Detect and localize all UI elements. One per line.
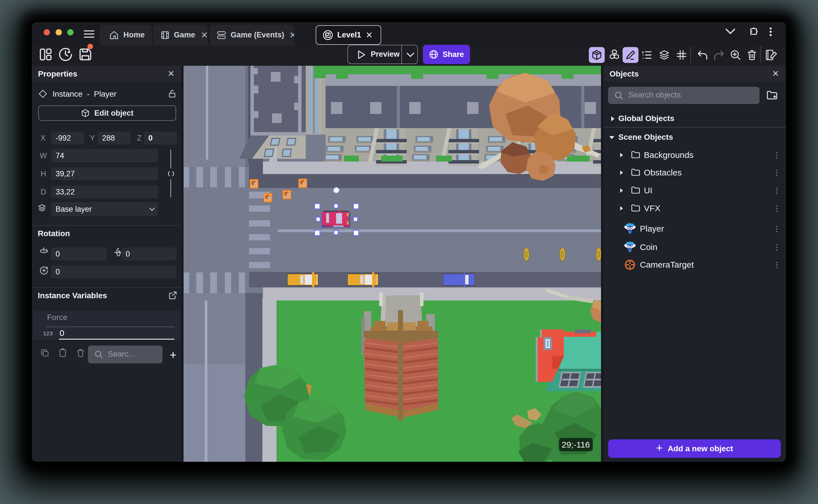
svg-text:29;-116: 29;-116: [562, 440, 590, 449]
